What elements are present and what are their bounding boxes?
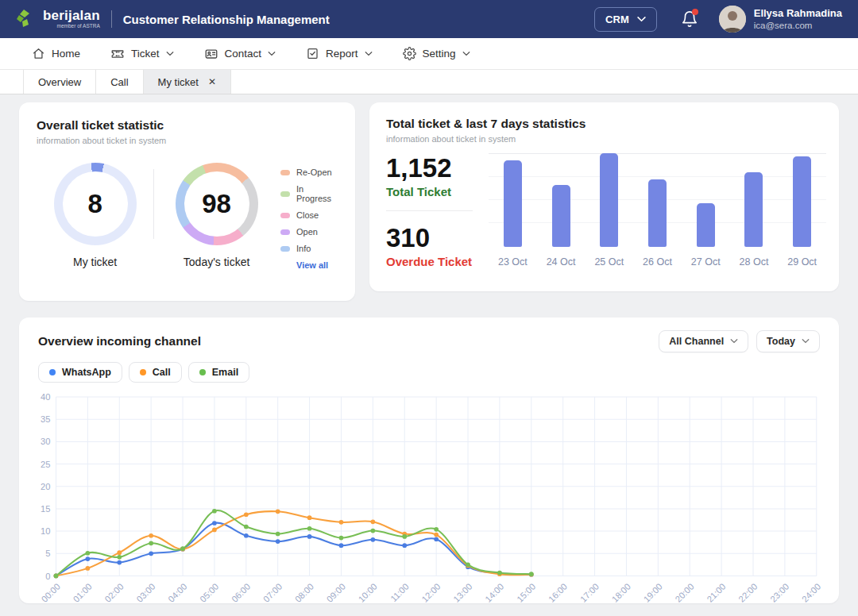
ticket-icon: [110, 47, 125, 61]
page-content: Overall ticket statistic information abo…: [0, 94, 858, 603]
tab-label: Overview: [38, 76, 81, 88]
data-point: [149, 533, 153, 538]
bar: [552, 185, 570, 247]
overall-ticket-card: Overall ticket statistic information abo…: [19, 102, 355, 301]
card-title: Total ticket & last 7 days statistics: [386, 117, 826, 131]
workspace-selector-button[interactable]: CRM: [594, 7, 657, 32]
data-point: [466, 563, 470, 568]
main-menu-bar: Home Ticket Contact Report Setting: [0, 38, 858, 70]
nav-item-report[interactable]: Report: [306, 47, 373, 60]
overdue-ticket-label: Overdue Ticket: [386, 255, 479, 268]
weekly-ticket-card: Total ticket & last 7 days statistics in…: [369, 102, 839, 291]
tab-strip-spacer: [0, 70, 24, 94]
card-title: Overview incoming channel: [38, 334, 201, 348]
svg-text:02:00: 02:00: [103, 582, 126, 604]
user-email: ica@sera.com: [754, 20, 842, 31]
brand-name: berijalan: [43, 9, 100, 22]
total-ticket-label: Total Ticket: [386, 185, 479, 198]
my-ticket-donut-chart: 8: [54, 163, 137, 245]
bar-column: [682, 153, 730, 247]
chevron-down-icon: [268, 52, 276, 56]
brand-tagline: member of ASTRA: [43, 24, 100, 29]
bar: [697, 203, 715, 247]
date-filter-value: Today: [767, 336, 795, 347]
data-point: [434, 527, 439, 532]
date-filter-dropdown[interactable]: Today: [756, 330, 820, 352]
close-tab-icon[interactable]: ✕: [208, 77, 216, 87]
data-point: [180, 546, 185, 551]
series-label: Call: [153, 367, 171, 378]
bar-column: [633, 153, 682, 247]
data-point: [276, 509, 280, 514]
total-ticket-value: 1,152: [386, 153, 479, 183]
legend-swatch: [280, 213, 290, 218]
app-title: Customer Relationship Management: [123, 13, 330, 26]
legend-swatch: [280, 246, 290, 252]
notification-badge: [692, 9, 698, 15]
data-point: [434, 537, 439, 541]
legend-chip-call[interactable]: Call: [129, 362, 182, 383]
overdue-ticket-value: 310: [386, 223, 479, 253]
nav-item-contact[interactable]: Contact: [204, 47, 276, 61]
data-point: [117, 550, 122, 555]
svg-text:11:00: 11:00: [388, 582, 411, 604]
legend-chip-email[interactable]: Email: [188, 362, 249, 383]
my-ticket-value: 8: [87, 189, 102, 219]
svg-text:12:00: 12:00: [419, 582, 442, 604]
data-point: [402, 534, 407, 539]
data-point: [86, 551, 91, 556]
channel-filter-dropdown[interactable]: All Channel: [659, 330, 748, 352]
nav-item-home[interactable]: Home: [32, 47, 80, 60]
data-point: [149, 541, 153, 545]
legend-item: In Progress: [280, 184, 338, 203]
data-point: [117, 560, 122, 565]
svg-text:04:00: 04:00: [166, 582, 188, 604]
bar-column: [537, 153, 586, 247]
data-point: [371, 529, 376, 533]
user-name: Ellysa Rahmadina: [754, 7, 842, 20]
data-point: [402, 543, 407, 548]
tab-strip: Overview Call My ticket ✕: [0, 70, 858, 94]
svg-text:01:00: 01:00: [72, 582, 94, 604]
svg-text:13:00: 13:00: [451, 582, 473, 604]
data-point: [339, 536, 344, 541]
svg-text:19:00: 19:00: [642, 582, 664, 604]
legend-chip-whatsapp[interactable]: WhatsApp: [38, 362, 122, 383]
svg-text:15:00: 15:00: [515, 582, 537, 604]
chevron-down-icon: [365, 52, 373, 56]
svg-text:24:00: 24:00: [800, 582, 822, 604]
gridline: [489, 176, 826, 177]
svg-text:16:00: 16:00: [547, 582, 569, 604]
tab-call[interactable]: Call: [96, 70, 143, 94]
data-point: [307, 515, 312, 520]
chevron-down-icon: [730, 339, 738, 344]
notification-bell-button[interactable]: [681, 10, 698, 28]
tab-overview[interactable]: Overview: [24, 70, 96, 94]
chevron-down-icon: [802, 339, 810, 344]
svg-text:10:00: 10:00: [357, 582, 379, 604]
series-line-email: [56, 510, 531, 576]
todays-ticket-donut-chart: 98: [176, 163, 258, 245]
legend-swatch: [280, 229, 290, 235]
bar: [744, 172, 763, 247]
data-point: [86, 556, 91, 561]
gear-icon: [403, 47, 416, 60]
nav-label: Home: [52, 48, 80, 60]
svg-text:05:00: 05:00: [198, 582, 220, 604]
svg-text:25: 25: [41, 460, 50, 469]
nav-item-ticket[interactable]: Ticket: [110, 47, 174, 61]
tab-my-ticket[interactable]: My ticket ✕: [144, 70, 231, 94]
bar-chart-categories: 23 Oct24 Oct25 Oct26 Oct27 Oct28 Oct29 O…: [489, 256, 826, 268]
legend-label: In Progress: [296, 184, 338, 203]
tab-label: Call: [110, 76, 128, 88]
contact-card-icon: [204, 47, 218, 61]
nav-item-setting[interactable]: Setting: [403, 47, 470, 60]
todays-ticket-donut-block: 98 Today's ticket: [154, 163, 279, 268]
bar-category-label: 27 Oct: [682, 256, 730, 268]
data-point: [371, 519, 376, 524]
user-avatar[interactable]: [719, 6, 746, 33]
view-all-link[interactable]: View all: [296, 260, 338, 270]
card-subtitle: information about ticket in system: [386, 134, 826, 144]
series-label: WhatsApp: [62, 367, 111, 378]
svg-text:20:00: 20:00: [674, 582, 696, 604]
